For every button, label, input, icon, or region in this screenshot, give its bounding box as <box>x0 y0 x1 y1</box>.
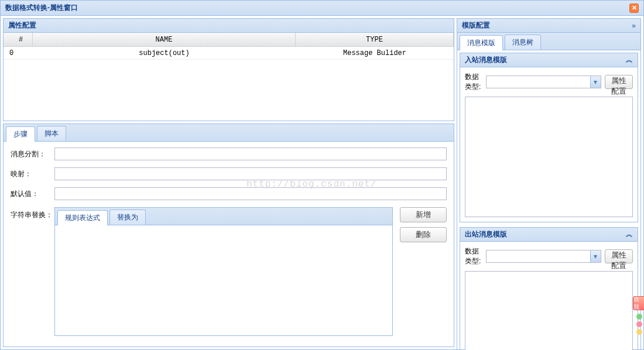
tab-script[interactable]: 脚本 <box>37 126 66 141</box>
tab-msg-template[interactable]: 消息模版 <box>460 35 503 50</box>
label-default: 默认值： <box>11 189 54 199</box>
input-default[interactable] <box>54 187 447 200</box>
label-msg-split: 消息分割： <box>11 149 54 159</box>
row-map: 映射： <box>11 167 447 180</box>
grid-col-type[interactable]: TYPE <box>296 33 454 46</box>
row-msg-split: 消息分割： <box>11 147 447 160</box>
cell-idx: 0 <box>4 47 33 59</box>
in-panel-title: 入站消息模版 <box>465 55 507 65</box>
input-msg-split[interactable] <box>54 147 447 160</box>
add-button[interactable]: 新增 <box>400 207 447 222</box>
in-type-row: 数据类型: ▾ 属性配置 <box>465 72 633 92</box>
tab-replace-with[interactable]: 替换为 <box>109 210 146 225</box>
side-tag[interactable]: 点我 <box>633 296 644 310</box>
input-map[interactable] <box>54 167 447 180</box>
chevron-up-icon[interactable]: ︽ <box>626 55 633 65</box>
row-replace: 字符串替换： 规则表达式 替换为 新增 删除 <box>11 207 447 341</box>
attribute-panel-title: 属性配置 <box>8 20 36 30</box>
table-row[interactable]: 0 subject(out) Message Bulider <box>4 47 454 60</box>
out-panel-body: 数据类型: ▾ 属性配置 <box>460 242 638 350</box>
steps-panel: 步骤 脚本 消息分割： 映射： 默认值： <box>3 123 454 347</box>
in-textarea[interactable] <box>465 97 633 217</box>
tab-msg-tree[interactable]: 消息树 <box>505 35 541 50</box>
cell-type: Message Bulider <box>296 47 454 59</box>
steps-form: 消息分割： 映射： 默认值： 字符串替换： <box>4 142 454 346</box>
left-column: 属性配置 # NAME TYPE 0 subject(out) Message … <box>3 18 454 347</box>
in-panel-header: 入站消息模版 ︽ <box>460 53 638 67</box>
grid-header: # NAME TYPE <box>4 33 454 47</box>
replace-button-column: 新增 删除 <box>400 207 447 242</box>
cell-name: subject(out) <box>33 47 296 59</box>
attribute-panel-header: 属性配置 <box>4 19 454 33</box>
in-panel-body: 数据类型: ▾ 属性配置 <box>460 67 638 222</box>
inner-tabs: 规则表达式 替换为 <box>55 208 392 225</box>
in-type-label: 数据类型: <box>465 72 482 92</box>
out-type-row: 数据类型: ▾ 属性配置 <box>465 246 633 266</box>
replace-tabs-container: 规则表达式 替换为 <box>54 207 393 336</box>
in-type-combo[interactable]: ▾ <box>486 76 601 88</box>
tab-steps[interactable]: 步骤 <box>6 126 35 142</box>
grid-col-idx[interactable]: # <box>4 33 33 46</box>
replace-content[interactable] <box>55 225 392 335</box>
label-map: 映射： <box>11 169 54 179</box>
close-icon[interactable]: ✕ <box>629 4 639 13</box>
delete-button[interactable]: 删除 <box>400 227 447 242</box>
in-cfg-button[interactable]: 属性配置 <box>605 75 633 89</box>
chevron-down-icon[interactable]: ▾ <box>590 76 601 88</box>
chevron-up-icon[interactable]: ︽ <box>626 229 633 239</box>
titlebar: 数据格式转换-属性窗口 ✕ <box>1 1 643 16</box>
attribute-panel: 属性配置 # NAME TYPE 0 subject(out) Message … <box>3 18 454 121</box>
window-title: 数据格式转换-属性窗口 <box>5 3 629 13</box>
bottom-tabs: 步骤 脚本 <box>4 124 454 142</box>
in-type-input[interactable] <box>487 76 590 88</box>
template-panel-title: 模版配置 <box>462 20 490 30</box>
template-panel-header: 模版配置 » <box>457 19 640 33</box>
out-panel: 出站消息模版 ︽ 数据类型: ▾ 属性配置 <box>460 227 638 350</box>
out-cfg-button[interactable]: 属性配置 <box>605 249 633 263</box>
right-column: 模版配置 » 消息模版 消息树 入站消息模版 ︽ <box>457 18 641 347</box>
out-type-input[interactable] <box>487 251 590 262</box>
out-type-label: 数据类型: <box>465 246 482 266</box>
chevron-down-icon[interactable]: ▾ <box>590 251 601 262</box>
out-panel-header: 出站消息模版 ︽ <box>460 228 638 242</box>
row-default: 默认值： <box>11 187 447 200</box>
grid-body: 0 subject(out) Message Bulider <box>4 47 454 121</box>
grid-col-name[interactable]: NAME <box>33 33 296 46</box>
template-tabs: 消息模版 消息树 <box>457 33 640 50</box>
tab-regex[interactable]: 规则表达式 <box>57 210 108 225</box>
label-replace: 字符串替换： <box>11 207 54 220</box>
out-panel-title: 出站消息模版 <box>465 229 507 239</box>
out-type-combo[interactable]: ▾ <box>486 250 601 263</box>
in-panel: 入站消息模版 ︽ 数据类型: ▾ 属性配置 <box>460 53 638 222</box>
chevron-right-icon[interactable]: » <box>632 22 636 30</box>
side-decoration <box>635 312 643 335</box>
dialog-window: 数据格式转换-属性窗口 ✕ 属性配置 # NAME TYPE 0 subject… <box>0 0 644 350</box>
template-panel: 模版配置 » 消息模版 消息树 入站消息模版 ︽ <box>457 18 641 350</box>
out-textarea[interactable] <box>465 271 633 350</box>
window-body: 属性配置 # NAME TYPE 0 subject(out) Message … <box>1 16 643 349</box>
